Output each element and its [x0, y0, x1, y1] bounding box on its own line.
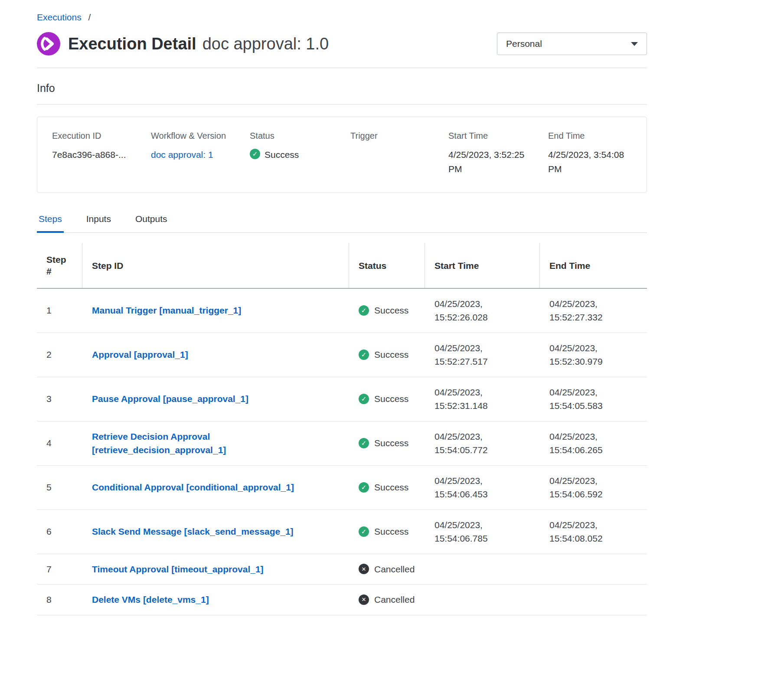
step-number: 3 — [37, 384, 82, 414]
step-end-time: 04/25/2023, 15:52:30.979 — [540, 333, 647, 377]
step-number: 1 — [37, 295, 82, 326]
info-field-label: Workflow & Version — [151, 131, 243, 141]
step-id-cell: Retrieve Decision Approval [retrieve_dec… — [82, 421, 349, 465]
step-end-time: 04/25/2023, 15:54:05.583 — [540, 377, 647, 421]
info-field: End Time 4/25/2023, 3:54:08 PM — [548, 131, 642, 176]
success-icon — [359, 305, 369, 316]
step-id-link[interactable]: Retrieve Decision Approval [retrieve_dec… — [92, 431, 226, 455]
info-field-value: 7e8ac396-a868-... — [52, 148, 141, 162]
tab-steps[interactable]: Steps — [37, 214, 64, 233]
col-step-number: Step # — [37, 243, 82, 288]
col-step-id: Step ID — [82, 243, 349, 288]
step-id-link[interactable]: Timeout Approval [timeout_approval_1] — [92, 564, 264, 574]
step-start-time: 04/25/2023, 15:52:27.517 — [425, 333, 540, 377]
step-status-cell: Success — [349, 295, 425, 326]
step-start-time: 04/25/2023, 15:52:31.148 — [425, 377, 540, 421]
info-field-value-text: 7e8ac396-a868-... — [52, 148, 126, 162]
info-field: Start Time 4/25/2023, 3:52:25 PM — [448, 131, 548, 176]
info-field-value: 4/25/2023, 3:52:25 PM — [448, 148, 537, 176]
info-divider — [37, 104, 647, 105]
step-id-cell: Approval [approval_1] — [82, 340, 349, 370]
page-title: Execution Detail doc approval: 1.0 — [37, 32, 329, 56]
step-start-time — [425, 561, 540, 577]
success-icon — [359, 394, 369, 404]
step-id-cell: Delete VMs [delete_vms_1] — [82, 585, 349, 615]
step-id-cell: Conditional Approval [conditional_approv… — [82, 472, 349, 503]
step-id-cell: Pause Approval [pause_approval_1] — [82, 384, 349, 414]
table-row: 5 Conditional Approval [conditional_appr… — [37, 466, 647, 510]
step-end-time: 04/25/2023, 15:54:06.265 — [540, 421, 647, 465]
step-status-cell: Success — [349, 428, 425, 458]
step-end-time — [540, 561, 647, 577]
step-status-cell: Success — [349, 516, 425, 547]
step-id-link[interactable]: Approval [approval_1] — [92, 350, 188, 359]
status-label: Success — [374, 525, 408, 539]
step-start-time: 04/25/2023, 15:54:06.453 — [425, 466, 540, 510]
scope-dropdown[interactable]: Personal — [497, 33, 647, 55]
info-field-value: Success — [250, 148, 339, 162]
info-field-value-text: 4/25/2023, 3:52:25 PM — [448, 148, 537, 176]
status-label: Success — [374, 392, 408, 406]
table-row: 4 Retrieve Decision Approval [retrieve_d… — [37, 421, 647, 466]
step-start-time: 04/25/2023, 15:54:06.785 — [425, 510, 540, 554]
step-id-link[interactable]: Pause Approval [pause_approval_1] — [92, 394, 248, 404]
status-label: Success — [374, 348, 408, 362]
step-number: 4 — [37, 428, 82, 458]
chevron-down-icon — [631, 42, 638, 46]
breadcrumb-separator: / — [88, 12, 91, 22]
step-number: 8 — [37, 585, 82, 615]
success-icon — [250, 149, 260, 159]
status-label: Success — [374, 436, 408, 450]
title-row: Execution Detail doc approval: 1.0 Perso… — [37, 32, 647, 56]
status-label: Cancelled — [374, 562, 415, 576]
step-number: 6 — [37, 516, 82, 547]
scope-dropdown-value: Personal — [506, 39, 542, 49]
step-id-cell: Manual Trigger [manual_trigger_1] — [82, 295, 349, 326]
status-label: Success — [374, 480, 408, 494]
table-row: 3 Pause Approval [pause_approval_1] Succ… — [37, 377, 647, 421]
info-field-label: Execution ID — [52, 131, 144, 141]
step-status-cell: Cancelled — [349, 585, 425, 615]
step-status-cell: Success — [349, 472, 425, 503]
breadcrumb-executions-link[interactable]: Executions — [37, 12, 82, 22]
info-card: Execution ID 7e8ac396-a868-... Workflow … — [37, 117, 647, 193]
col-end-time: End Time — [540, 243, 647, 288]
step-id-link[interactable]: Conditional Approval [conditional_approv… — [92, 482, 294, 492]
step-id-link[interactable]: Manual Trigger [manual_trigger_1] — [92, 305, 241, 315]
table-row: 6 Slack Send Message [slack_send_message… — [37, 510, 647, 554]
step-start-time: 04/25/2023, 15:54:05.772 — [425, 421, 540, 465]
step-number: 5 — [37, 472, 82, 503]
step-end-time — [540, 591, 647, 608]
table-row: 1 Manual Trigger [manual_trigger_1] Succ… — [37, 289, 647, 333]
page-title-subtitle: doc approval: 1.0 — [203, 35, 329, 53]
header-divider — [37, 68, 647, 68]
success-icon — [359, 438, 369, 448]
tab-inputs[interactable]: Inputs — [85, 214, 113, 233]
tab-outputs[interactable]: Outputs — [134, 214, 169, 233]
info-field-label: Status — [250, 131, 343, 141]
page-title-main: Execution Detail — [68, 35, 196, 53]
success-icon — [359, 350, 369, 360]
success-icon — [359, 526, 369, 537]
step-number: 2 — [37, 340, 82, 370]
info-field-value-text: Success — [265, 148, 299, 162]
col-status: Status — [349, 243, 425, 288]
step-start-time: 04/25/2023, 15:52:26.028 — [425, 289, 540, 333]
info-field-label: End Time — [548, 131, 635, 141]
step-end-time: 04/25/2023, 15:52:27.332 — [540, 289, 647, 333]
info-field: Execution ID 7e8ac396-a868-... — [52, 131, 151, 176]
info-field-label: Trigger — [350, 131, 441, 141]
success-icon — [359, 482, 369, 493]
step-number: 7 — [37, 554, 82, 585]
col-start-time: Start Time — [425, 243, 540, 288]
table-row: 8 Delete VMs [delete_vms_1] Cancelled — [37, 585, 647, 615]
info-field: Status Success — [250, 131, 350, 176]
step-end-time: 04/25/2023, 15:54:06.592 — [540, 466, 647, 510]
step-id-link[interactable]: Delete VMs [delete_vms_1] — [92, 595, 209, 604]
info-field-value-text: 4/25/2023, 3:54:08 PM — [548, 148, 635, 176]
breadcrumb: Executions / — [37, 12, 647, 23]
info-field: Workflow & Version doc approval: 1 — [151, 131, 250, 176]
step-start-time — [425, 591, 540, 608]
step-id-link[interactable]: Slack Send Message [slack_send_message_1… — [92, 526, 294, 536]
workflow-version-link[interactable]: doc approval: 1 — [151, 148, 213, 162]
